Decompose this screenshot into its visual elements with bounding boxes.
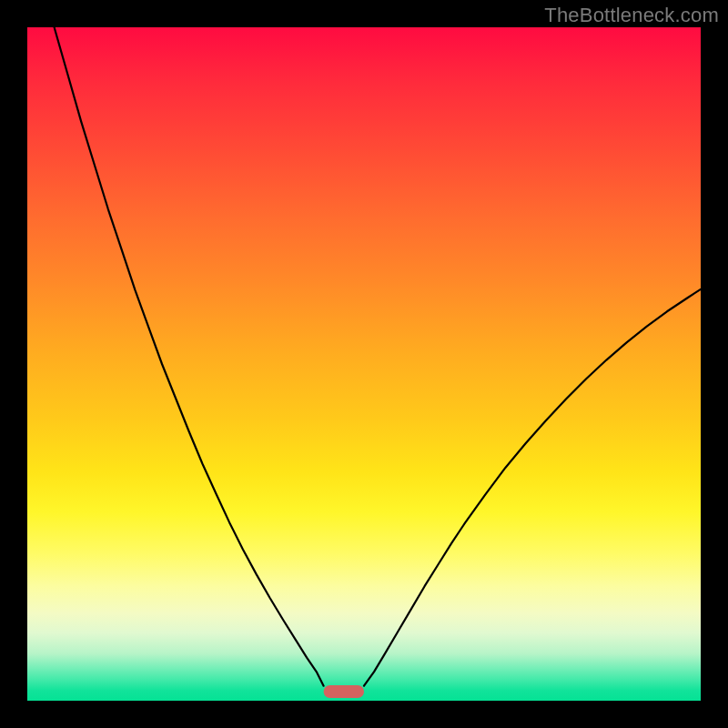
chart-frame: TheBottleneck.com: [0, 0, 728, 728]
plot-svg: [27, 27, 701, 701]
plot-area: [27, 27, 701, 701]
minimum-marker: [324, 685, 364, 698]
watermark-text: TheBottleneck.com: [544, 4, 719, 27]
curve-right-branch: [364, 289, 701, 686]
curve-group: [55, 27, 701, 686]
minimum-marker-rect: [324, 685, 364, 698]
curve-left-branch: [55, 27, 324, 686]
